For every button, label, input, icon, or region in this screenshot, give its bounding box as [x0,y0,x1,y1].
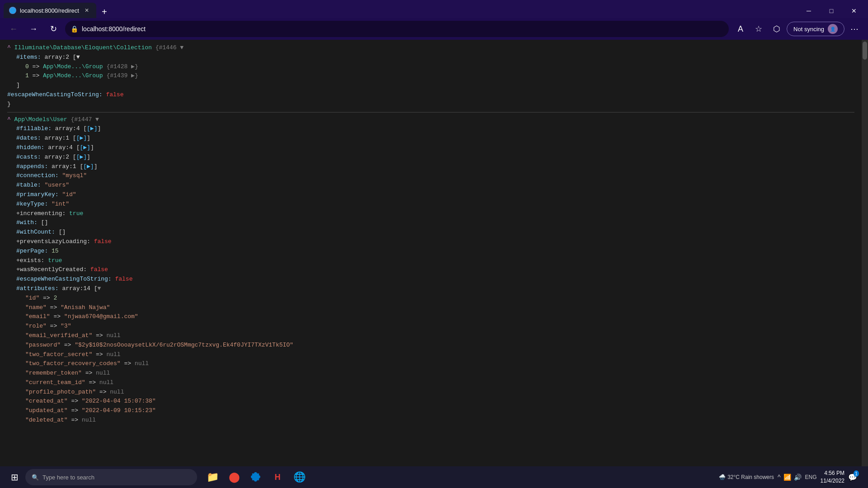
forward-button[interactable]: → [25,21,42,37]
prop-withcount: #withCount: [] [7,228,854,237]
prop-connection: #connection: "mysql" [7,171,854,181]
clock-time: 4:56 PM [821,469,844,477]
attr-email-verified: "email_verified_at" => null [7,331,854,341]
item-0-class: App\Mode...\Group [43,63,106,70]
attr-created-at: "created_at" => "2022-04-04 15:07:38" [7,397,854,406]
clock-date: 11/4/2022 [821,477,844,485]
prop-exists: +exists: true [7,256,854,266]
item-1-class: App\Mode...\Group [43,72,106,79]
expand-tray-icon[interactable]: ^ [778,474,781,481]
prop-hidden: #hidden: array:4 [[▶]] [7,143,854,153]
new-tab-button[interactable]: + [98,5,111,18]
prop-perpage: #perPage: 15 [7,247,854,256]
taskbar-app-vscode[interactable]: ⯄ [246,467,266,487]
system-tray: ^ 📶 🔊 [778,474,802,481]
attr-2fa-recovery: "two_factor_recovery_codes" => null [7,359,854,369]
item-1-idx: 1 [25,72,33,79]
profile-button[interactable]: A [732,21,749,37]
scrollbar-track[interactable] [862,40,868,466]
items-array: array:2 [▼ [44,54,80,61]
weather-icon: 🌧️ [719,474,726,480]
back-button[interactable]: ← [5,21,22,37]
escape-row-1: #escapeWhenCastingToString: false [7,90,854,100]
speaker-icon[interactable]: 🔊 [794,474,802,481]
prop-dates: #dates: array:1 [[▶]] [7,134,854,143]
caret-icon-2: ^ [7,116,14,123]
items-close: ] [7,81,854,90]
search-icon: 🔍 [32,474,39,481]
close-button[interactable]: ✕ [844,4,864,18]
escape-prop-1: #escapeWhenCastingToString: [7,91,106,98]
prop-preventslazyloading: +preventsLazyLoading: false [7,237,854,247]
taskbar-app-edge[interactable]: 🌐 [289,467,309,487]
language-indicator: ENG [805,474,817,480]
attr-password: "password" => "$2y$10$2nosOooaysetLkX/6r… [7,341,854,350]
taskbar-app-htdocs[interactable]: H [268,467,288,487]
notification-button[interactable]: 💬 1 [848,470,863,484]
section2-id: {#1447 ▼ [67,116,99,123]
attr-current-team: "current_team_id" => null [7,378,854,388]
prop-fillable: #fillable: array:4 [[▶]] [7,124,854,134]
code-output: ^ Illuminate\Database\Eloquent\Collectio… [0,40,862,466]
tab-title: localhost:8000/redirect [20,7,79,14]
items-prop: #items: [16,54,44,61]
prop-incrementing: +incrementing: true [7,209,854,219]
item-0-idx: 0 [25,63,33,70]
content-area: ^ Illuminate\Database\Eloquent\Collectio… [0,40,868,466]
htdocs-icon: H [275,473,281,482]
class-name-2: App\Models\User [14,116,67,123]
weather-widget: 🌧️ 32°C Rain showers [719,474,774,480]
sync-button[interactable]: Not syncing 👤 [787,22,844,36]
reload-button[interactable]: ↻ [45,21,61,37]
start-button[interactable]: ⊞ [5,468,24,486]
tab-bar: 🌐 localhost:8000/redirect ✕ + ─ □ ✕ [0,0,868,18]
edge-icon: 🌐 [293,471,306,483]
section-divider [7,112,854,113]
maximize-button[interactable]: □ [821,4,842,18]
address-text: localhost:8000/redirect [82,25,723,33]
sync-avatar: 👤 [828,24,838,34]
taskbar-right: 🌧️ 32°C Rain showers ^ 📶 🔊 ENG 4:56 PM 1… [719,469,863,485]
prop-keytype: #keyType: "int" [7,200,854,209]
attr-2fa-secret: "two_factor_secret" => null [7,350,854,360]
prop-casts: #casts: array:2 [[▶]] [7,153,854,162]
windows-icon: ⊞ [11,472,19,483]
chrome-icon: ⬤ [229,471,240,483]
attr-role: "role" => "3" [7,322,854,331]
section1-header: ^ Illuminate\Database\Eloquent\Collectio… [7,43,854,53]
section1-close: } [7,100,854,109]
tab-favicon: 🌐 [9,7,16,14]
weather-temp: 32°C Rain showers [727,474,774,480]
taskbar-app-folder[interactable]: 📁 [203,467,222,487]
address-bar[interactable]: 🔒 localhost:8000/redirect [65,21,729,37]
item-0-id: {#1428 ▶} [106,63,138,70]
taskbar: ⊞ 🔍 Type here to search 📁 ⬤ ⯄ H 🌐 [0,466,868,488]
item-1-arrow: => [33,72,43,79]
collections-button[interactable]: ⬡ [769,21,785,37]
item-0-arrow: => [33,63,43,70]
minimize-button[interactable]: ─ [798,4,819,18]
menu-button[interactable]: ⋯ [846,21,863,37]
tab-close-button[interactable]: ✕ [83,6,91,14]
taskbar-app-chrome[interactable]: ⬤ [224,467,244,487]
wifi-icon[interactable]: 📶 [783,474,791,481]
nav-actions: A ☆ ⬡ Not syncing 👤 ⋯ [732,21,863,37]
item-1-row: 1 => App\Mode...\Group {#1439 ▶} [7,71,854,81]
attr-id: "id" => 2 [7,294,854,303]
clock[interactable]: 4:56 PM 11/4/2022 [821,469,844,485]
vscode-icon: ⯄ [251,471,261,483]
attr-remember-token: "remember_token" => null [7,369,854,378]
active-tab[interactable]: 🌐 localhost:8000/redirect ✕ [4,3,96,18]
attr-updated-at: "updated_at" => "2022-04-09 10:15:23" [7,406,854,416]
taskbar-search[interactable]: 🔍 Type here to search [25,469,197,485]
scrollbar-thumb[interactable] [863,42,867,60]
taskbar-apps: 📁 ⬤ ⯄ H 🌐 [203,467,309,487]
section2-header: ^ App\Models\User {#1447 ▼ [7,115,854,125]
caret-icon: ^ [7,44,14,51]
browser-frame: 🌐 localhost:8000/redirect ✕ + ─ □ ✕ ← → … [0,0,868,488]
items-row: #items: array:2 [▼ [7,53,854,62]
section1-id: {#1446 ▼ [152,44,184,51]
favorites-button[interactable]: ☆ [750,21,767,37]
nav-bar: ← → ↻ 🔒 localhost:8000/redirect A ☆ ⬡ No… [0,18,868,40]
item-0-row: 0 => App\Mode...\Group {#1428 ▶} [7,62,854,72]
